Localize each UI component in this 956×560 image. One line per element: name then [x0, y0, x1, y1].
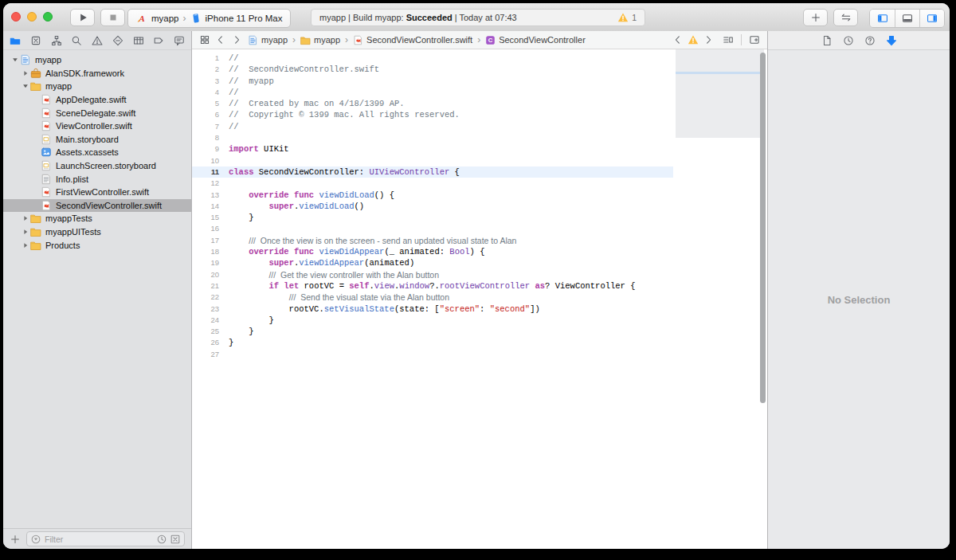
code-line[interactable]: 11class SecondViewController: UIViewCont…: [192, 166, 673, 178]
file-tree-row[interactable]: SecondViewController.swift: [3, 199, 191, 213]
breadcrumb-item[interactable]: CSecondViewController: [485, 35, 586, 45]
proj-file-icon: [20, 54, 32, 65]
code-line[interactable]: 26}: [192, 337, 673, 348]
quick-help-inspector-tab[interactable]: [864, 35, 876, 46]
code-line[interactable]: 2// SecondViewController.swift: [192, 64, 673, 75]
file-tree-row[interactable]: myappUITests: [3, 225, 191, 239]
code-line[interactable]: 10: [192, 155, 673, 166]
close-window-button[interactable]: [11, 12, 21, 22]
code-line[interactable]: 8: [192, 132, 673, 143]
warning-badge[interactable]: 1: [617, 12, 637, 23]
test-navigator-tab[interactable]: [112, 35, 123, 46]
code-line[interactable]: 9import UIKit: [192, 143, 673, 155]
code-line[interactable]: 25 }: [192, 326, 673, 337]
history-inspector-tab[interactable]: [843, 35, 854, 46]
breadcrumb-item[interactable]: myapp: [300, 35, 340, 45]
file-inspector-tab[interactable]: [821, 35, 833, 46]
toggle-inspector-button[interactable]: [919, 10, 944, 27]
proj-icon: [248, 35, 258, 45]
zoom-window-button[interactable]: [43, 12, 53, 22]
file-tree-row[interactable]: ViewController.swift: [3, 119, 191, 133]
toolbar: A myapp › iPhone 11 Pro Max myapp | Buil…: [3, 3, 950, 32]
project-navigator-tab[interactable]: [10, 35, 21, 46]
code-line[interactable]: 24 }: [192, 315, 673, 326]
activity-viewer[interactable]: myapp | Build myapp: Succeeded | Today a…: [311, 9, 645, 26]
disclosure-closed-icon[interactable]: [20, 241, 30, 249]
code-line[interactable]: 22 /// Send the visual state via the Ala…: [192, 292, 673, 303]
file-tree-row[interactable]: myapp: [3, 53, 191, 67]
code-review-button[interactable]: [833, 9, 858, 26]
code-line[interactable]: 14 super.viewDidLoad(): [192, 201, 673, 212]
file-tree-row[interactable]: Main.storyboard: [3, 133, 191, 147]
library-button[interactable]: [803, 9, 828, 26]
file-tree-row[interactable]: FirstViewController.swift: [3, 186, 191, 199]
file-tree-row[interactable]: SceneDelegate.swift: [3, 106, 191, 119]
code-line[interactable]: 6// Copyright © 1399 mac. All rights res…: [192, 109, 673, 120]
minimize-window-button[interactable]: [27, 12, 37, 22]
code-line[interactable]: 16: [192, 223, 673, 234]
disclosure-open-icon[interactable]: [10, 56, 20, 64]
code-line[interactable]: 4//: [192, 87, 673, 98]
file-tree-row[interactable]: myappTests: [3, 212, 191, 225]
disclosure-closed-icon[interactable]: [20, 214, 30, 222]
file-tree-row[interactable]: AppDelegate.swift: [3, 93, 191, 107]
symbol-navigator-tab[interactable]: [51, 35, 62, 46]
toggle-navigator-button[interactable]: [870, 10, 895, 27]
code-line[interactable]: 1//: [192, 53, 673, 64]
minimap[interactable]: [676, 49, 764, 549]
add-item-button[interactable]: [10, 534, 21, 545]
disclosure-open-icon[interactable]: [20, 82, 30, 90]
editor-scrollbar[interactable]: [760, 53, 766, 403]
filter-icon: [30, 534, 41, 545]
debug-navigator-tab[interactable]: [133, 35, 144, 46]
scm-status-filter-icon[interactable]: [170, 534, 181, 545]
breakpoint-navigator-tab[interactable]: [153, 35, 164, 46]
line-number: 11: [192, 166, 219, 178]
report-navigator-tab[interactable]: [174, 35, 185, 46]
run-button[interactable]: [70, 9, 95, 26]
breadcrumb-item[interactable]: myapp: [248, 35, 288, 45]
code-line[interactable]: 3// myapp: [192, 76, 673, 87]
recent-files-filter-icon[interactable]: [156, 534, 167, 545]
file-tree-row[interactable]: myapp: [3, 80, 191, 93]
file-tree-row[interactable]: Products: [3, 238, 191, 252]
go-forward-button[interactable]: [231, 34, 242, 45]
code-line[interactable]: 15 }: [192, 212, 673, 223]
code-line[interactable]: 7//: [192, 121, 673, 132]
go-back-button[interactable]: [215, 34, 226, 45]
file-tree-row[interactable]: AlanSDK.framework: [3, 67, 191, 80]
next-issue-button[interactable]: [703, 34, 714, 45]
editor-options-button[interactable]: [723, 34, 734, 45]
code-line[interactable]: 27: [192, 349, 673, 360]
code-line[interactable]: 21 if let rootVC = self.view.window?.roo…: [192, 280, 673, 292]
code-line[interactable]: 23 rootVC.setVisualState(state: ["screen…: [192, 303, 673, 315]
disclosure-closed-icon[interactable]: [20, 69, 30, 77]
toggle-debug-area-button[interactable]: [895, 10, 919, 27]
file-tree-row[interactable]: Assets.xcassets: [3, 146, 191, 159]
breadcrumb-label: SecondViewController.swift: [366, 35, 472, 45]
code-line[interactable]: 5// Created by mac on 4/18/1399 AP.: [192, 98, 673, 109]
issue-navigator-tab[interactable]: [92, 35, 103, 46]
code-line[interactable]: 13 override func viewDidLoad() {: [192, 190, 673, 201]
source-editor[interactable]: 1//2// SecondViewController.swift3// mya…: [192, 49, 767, 549]
code-line[interactable]: 12: [192, 178, 673, 189]
code-line[interactable]: 20 /// Get the view controller with the …: [192, 269, 673, 280]
disclosure-closed-icon[interactable]: [20, 228, 30, 236]
issue-warning-icon[interactable]: [688, 34, 699, 45]
file-tree-row[interactable]: LaunchScreen.storyboard: [3, 159, 191, 173]
source-control-navigator-tab[interactable]: [30, 35, 41, 46]
alan-inspector-tab[interactable]: [886, 35, 897, 46]
line-number: 23: [192, 303, 219, 315]
scheme-selector[interactable]: A myapp › iPhone 11 Pro Max: [127, 9, 291, 28]
add-editor-button[interactable]: [749, 34, 760, 45]
code-line[interactable]: 19 super.viewDidAppear(animated): [192, 257, 673, 268]
stop-button[interactable]: [100, 9, 125, 26]
breadcrumb-item[interactable]: SecondViewController.swift: [353, 35, 472, 45]
related-items-button[interactable]: [199, 34, 210, 45]
find-navigator-tab[interactable]: [71, 35, 82, 46]
file-tree-row[interactable]: Info.plist: [3, 172, 191, 186]
code-line[interactable]: 17 /// Once the view is on the screen - …: [192, 235, 673, 246]
code-line[interactable]: 18 override func viewDidAppear(_ animate…: [192, 246, 673, 257]
filter-field[interactable]: Filter: [26, 531, 185, 546]
previous-issue-button[interactable]: [672, 34, 684, 45]
